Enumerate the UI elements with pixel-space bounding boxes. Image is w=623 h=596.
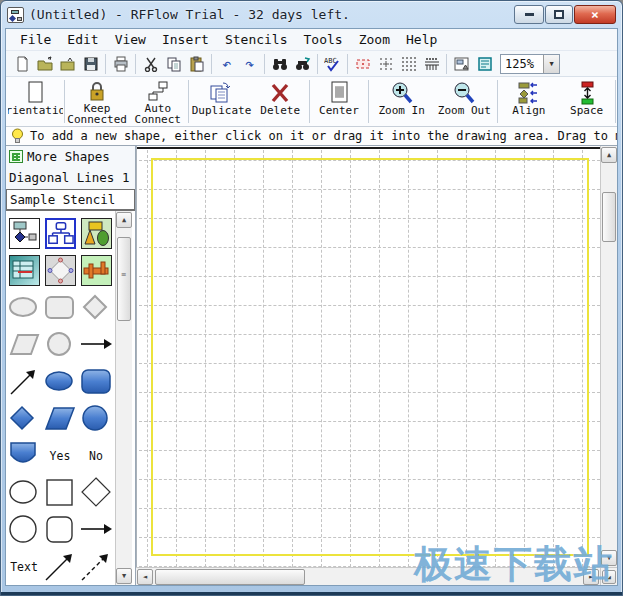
paste-icon[interactable] [185, 53, 208, 75]
vertical-scrollbar-thumb[interactable] [602, 192, 616, 242]
shape-ellipse-outline[interactable] [6, 474, 42, 511]
menu-view[interactable]: View [107, 30, 154, 49]
zoom-level-value: 125% [501, 57, 543, 71]
note-window-icon[interactable] [473, 53, 496, 75]
stencil-group-label[interactable]: Diagonal Lines 1 [6, 167, 135, 188]
copy-icon[interactable] [162, 53, 185, 75]
shape-arrow-right[interactable] [78, 326, 114, 363]
zoom-out-icon [452, 81, 476, 105]
print-icon[interactable] [109, 53, 132, 75]
window-title: (Untitled) - RFFlow Trial - 32 days left… [29, 7, 350, 22]
resize-grip-icon[interactable]: ◢ [602, 570, 616, 584]
scroll-left-icon[interactable]: ◄ [137, 569, 153, 585]
auto-connect-button[interactable]: Auto Connect [128, 79, 187, 124]
toolbar: ↶ ↷ ABC [6, 50, 617, 76]
close-file-icon[interactable] [56, 53, 79, 75]
shape-roundsquare-outline[interactable] [42, 511, 78, 548]
shape-shield-blue[interactable] [6, 437, 42, 474]
shape-parallelogram-gray[interactable] [6, 326, 42, 363]
save-icon[interactable] [79, 53, 102, 75]
menu-help[interactable]: Help [398, 30, 445, 49]
shape-square-outline[interactable] [42, 474, 78, 511]
zoom-out-button[interactable]: Zoom Out [433, 79, 496, 124]
duplicate-button[interactable]: Duplicate [190, 79, 253, 124]
align-button[interactable]: Align [499, 79, 560, 124]
shape-diamond-gray[interactable] [78, 289, 114, 326]
palette-text-item[interactable]: Text [6, 548, 42, 585]
show-grid-icon[interactable] [397, 53, 420, 75]
new-document-icon[interactable] [10, 53, 33, 75]
menu-zoom[interactable]: Zoom [351, 30, 398, 49]
shape-arrow-diagonal[interactable] [6, 363, 42, 400]
orientation-icon [24, 81, 46, 105]
vertical-scrollbar[interactable]: ▲ ▼ [600, 146, 617, 567]
space-button[interactable]: Space [559, 79, 614, 124]
shape-arrow-diagonal-solid[interactable] [42, 548, 78, 585]
shape-circle-gray[interactable] [42, 326, 78, 363]
zoom-level-select[interactable]: 125% ▼ [500, 54, 560, 74]
cut-icon[interactable] [139, 53, 162, 75]
selected-stencil[interactable]: Sample Stencil [6, 189, 135, 210]
menu-edit[interactable]: Edit [59, 30, 106, 49]
shape-circle-outline[interactable] [6, 511, 42, 548]
page-outline-icon[interactable] [351, 53, 374, 75]
undo-icon[interactable]: ↶ [215, 53, 238, 75]
close-button[interactable]: × [574, 5, 616, 24]
grid-ruler-icon[interactable] [420, 53, 443, 75]
redo-icon[interactable]: ↷ [238, 53, 261, 75]
stencil-orgchart-icon[interactable] [45, 218, 76, 249]
shape-roundrect-gray[interactable] [42, 289, 78, 326]
minimize-button[interactable] [514, 5, 544, 24]
stencil-shapes-icon[interactable] [81, 218, 112, 249]
more-shapes-button[interactable]: More Shapes [6, 146, 135, 167]
find-replace-icon[interactable] [291, 53, 314, 75]
horizontal-scrollbar-thumb[interactable] [155, 569, 305, 585]
shape-circle-blue[interactable] [78, 400, 114, 437]
menu-tools[interactable]: Tools [296, 30, 351, 49]
scroll-right-icon[interactable]: ► [583, 569, 599, 585]
align-icon [517, 81, 541, 105]
snap-to-grid-icon[interactable] [374, 53, 397, 75]
scroll-up-icon[interactable]: ▲ [601, 147, 617, 163]
delete-button[interactable]: Delete [253, 79, 308, 124]
stencil-gantt-icon[interactable] [81, 255, 112, 286]
center-button[interactable]: Center [311, 79, 368, 124]
shape-diamond-blue[interactable] [6, 400, 42, 437]
drawing-area[interactable] [136, 146, 600, 567]
spell-check-icon[interactable]: ABC [321, 53, 344, 75]
menu-file[interactable]: File [12, 30, 59, 49]
palette-scrollbar-thumb[interactable]: ≡ [117, 237, 131, 321]
app-icon [7, 7, 24, 23]
scroll-down-icon[interactable]: ▼ [601, 550, 617, 566]
stencil-window-icon[interactable] [450, 53, 473, 75]
scroll-down-icon[interactable]: ▼ [116, 568, 132, 584]
shape-roundrect-blue[interactable] [78, 363, 114, 400]
keep-connected-button[interactable]: Keep Connected [66, 79, 129, 124]
palette-text-item[interactable]: No [78, 437, 114, 474]
palette-scrollbar[interactable]: ▲ ≡ ▼ [115, 211, 132, 585]
maximize-button[interactable] [545, 5, 573, 24]
shape-parallelogram-blue[interactable] [42, 400, 78, 437]
palette-text-item[interactable]: Yes [42, 437, 78, 474]
shape-ellipse-blue[interactable] [42, 363, 78, 400]
chevron-down-icon[interactable]: ▼ [543, 55, 559, 73]
shape-diamond-outline[interactable] [78, 474, 114, 511]
shape-ellipse-gray[interactable] [6, 289, 42, 326]
open-file-icon[interactable] [33, 53, 56, 75]
stencil-diamond-icon[interactable] [45, 255, 76, 286]
page-border [151, 158, 589, 556]
orientation-button[interactable]: Orientation [8, 79, 63, 124]
find-icon[interactable] [268, 53, 291, 75]
action-bar: Orientation Keep Connected Auto Connect … [6, 76, 617, 126]
stencil-table-icon[interactable] [9, 255, 40, 286]
horizontal-scrollbar[interactable]: ◄ ► [136, 567, 600, 585]
menu-stencils[interactable]: Stencils [217, 30, 296, 49]
tip-bar: To add a new shape, either click on it o… [6, 126, 617, 146]
scroll-up-icon[interactable]: ▲ [116, 212, 132, 228]
title-bar[interactable]: (Untitled) - RFFlow Trial - 32 days left… [1, 1, 622, 28]
shape-arrow-diagonal-dashed[interactable] [78, 548, 114, 585]
shape-arrow-right[interactable] [78, 511, 114, 548]
menu-insert[interactable]: Insert [154, 30, 217, 49]
zoom-in-button[interactable]: Zoom In [370, 79, 433, 124]
stencil-flowchart-icon[interactable] [9, 218, 40, 249]
